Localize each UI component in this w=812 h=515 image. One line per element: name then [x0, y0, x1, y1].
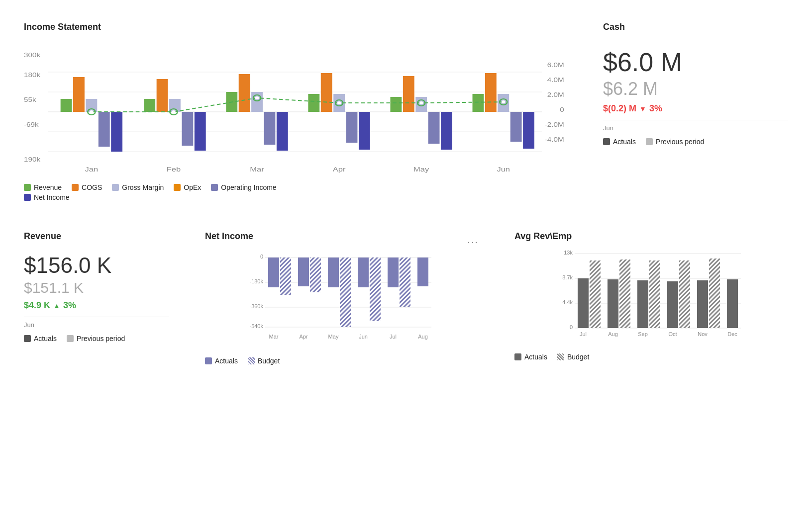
svg-rect-24	[182, 112, 193, 146]
net-income-chart: 0 -180k -360k -540k	[205, 252, 479, 351]
svg-text:4.0M: 4.0M	[547, 77, 564, 84]
cash-card: Cash $6.0 M $6.2 M $(0.2) M ▼ 3% Jun Act…	[591, 12, 800, 209]
svg-rect-77	[340, 258, 351, 327]
svg-text:-4.0M: -4.0M	[545, 137, 564, 143]
svg-rect-36	[390, 97, 402, 112]
revenue-delta-arrow: ▲	[53, 302, 60, 310]
svg-rect-40	[441, 112, 452, 150]
revenue-previous-label: Previous period	[77, 335, 125, 343]
svg-text:-360k: -360k	[249, 303, 263, 309]
svg-text:Mar: Mar	[250, 166, 264, 173]
svg-text:Sep: Sep	[638, 331, 648, 337]
svg-text:Mar: Mar	[269, 334, 279, 340]
svg-rect-20	[111, 112, 122, 152]
cash-delta-arrow: ▼	[639, 105, 646, 113]
cash-legend-actuals: Actuals	[603, 138, 636, 146]
avg-rev-legend: Actuals Budget	[514, 353, 788, 361]
net-income-card: Net Income ... 0 -180k -360k -540k	[193, 221, 491, 373]
svg-rect-42	[485, 73, 497, 112]
revenue-legend-actuals: Actuals	[24, 335, 57, 343]
legend-cogs-label: COGS	[82, 183, 102, 191]
legend-operating-income-label: Operating Income	[221, 183, 276, 191]
cash-actual: $6.0 M	[603, 48, 788, 77]
svg-text:0: 0	[260, 254, 263, 259]
svg-text:Aug: Aug	[608, 331, 618, 337]
svg-text:May: May	[328, 334, 339, 340]
cogs-color	[72, 184, 79, 191]
svg-text:13k: 13k	[564, 250, 573, 256]
cash-legend-previous: Previous period	[646, 138, 704, 146]
svg-rect-99	[578, 278, 589, 328]
svg-rect-74	[298, 258, 309, 286]
svg-rect-19	[99, 112, 110, 147]
cash-legend: Actuals Previous period	[603, 138, 788, 146]
net-income-actuals-color	[205, 357, 212, 364]
svg-text:0: 0	[570, 324, 573, 330]
cash-delta-pct: 3%	[649, 103, 662, 114]
svg-rect-101	[608, 279, 618, 328]
legend-cogs: COGS	[72, 183, 102, 191]
svg-rect-78	[358, 258, 369, 287]
svg-rect-21	[144, 99, 155, 112]
svg-text:Jul: Jul	[580, 331, 587, 337]
svg-rect-109	[727, 279, 738, 328]
net-income-budget-label: Budget	[258, 357, 280, 365]
svg-rect-76	[328, 258, 339, 287]
svg-text:-540k: -540k	[249, 323, 263, 329]
svg-rect-103	[637, 280, 648, 328]
svg-point-57	[502, 100, 506, 103]
revenue-title: Revenue	[24, 231, 169, 242]
avg-rev-card: Avg Rev\Emp 13k 8.7k 4.4k 0	[503, 221, 800, 373]
svg-text:300k: 300k	[24, 52, 40, 59]
svg-text:0: 0	[560, 107, 564, 113]
svg-rect-41	[473, 94, 484, 112]
legend-revenue: Revenue	[24, 183, 62, 191]
avg-rev-legend-actuals: Actuals	[514, 353, 547, 361]
net-income-actuals-label: Actuals	[215, 357, 238, 365]
svg-text:Oct: Oct	[668, 331, 677, 337]
svg-rect-104	[649, 260, 660, 328]
net-income-legend-actuals: Actuals	[205, 357, 238, 365]
revenue-card: Revenue $156.0 K $151.1 K $4.9 K ▲ 3% Ju…	[12, 221, 181, 373]
svg-rect-18	[86, 99, 97, 112]
svg-rect-79	[370, 258, 381, 321]
legend-opex: OpEx	[174, 183, 201, 191]
revenue-actual: $156.0 K	[24, 254, 169, 277]
svg-text:Jan: Jan	[85, 166, 99, 173]
svg-rect-100	[590, 260, 601, 328]
avg-rev-chart: 13k 8.7k 4.4k 0	[514, 248, 788, 347]
svg-rect-72	[268, 258, 279, 287]
svg-rect-81	[400, 258, 410, 307]
svg-text:Nov: Nov	[698, 331, 708, 337]
revenue-legend: Actuals Previous period	[24, 335, 169, 343]
svg-point-53	[337, 101, 341, 104]
cash-previous: $6.2 M	[603, 79, 788, 99]
svg-rect-75	[310, 258, 321, 292]
svg-rect-102	[619, 259, 630, 328]
opex-color	[174, 184, 181, 191]
income-statement-chart: 300k 180k 55k -69k 190k 6.0M 4.0M 2.0M 0…	[24, 38, 567, 177]
svg-rect-17	[73, 77, 85, 112]
svg-text:Feb: Feb	[167, 166, 181, 173]
revenue-actuals-label: Actuals	[34, 335, 57, 343]
avg-rev-actuals-color	[514, 353, 521, 360]
svg-point-51	[255, 96, 259, 99]
svg-text:2.0M: 2.0M	[547, 92, 564, 98]
svg-rect-31	[308, 94, 319, 112]
operating-income-color	[211, 184, 218, 191]
cash-actuals-color	[603, 138, 610, 145]
svg-rect-73	[280, 258, 291, 295]
revenue-previous: $151.1 K	[24, 279, 169, 296]
income-statement-card: Income Statement 300k 180k 55k -69k 190k…	[12, 12, 579, 209]
avg-rev-budget-color	[557, 353, 564, 360]
avg-rev-actuals-label: Actuals	[524, 353, 547, 361]
svg-text:Apr: Apr	[299, 334, 307, 340]
svg-text:4.4k: 4.4k	[562, 299, 573, 305]
cash-previous-label: Previous period	[656, 138, 704, 146]
svg-text:May: May	[413, 166, 429, 173]
svg-text:6.0M: 6.0M	[547, 62, 564, 69]
revenue-actuals-color	[24, 335, 31, 342]
net-income-more-button[interactable]: ...	[467, 235, 479, 245]
svg-rect-82	[417, 258, 428, 286]
svg-text:8.7k: 8.7k	[562, 274, 573, 280]
